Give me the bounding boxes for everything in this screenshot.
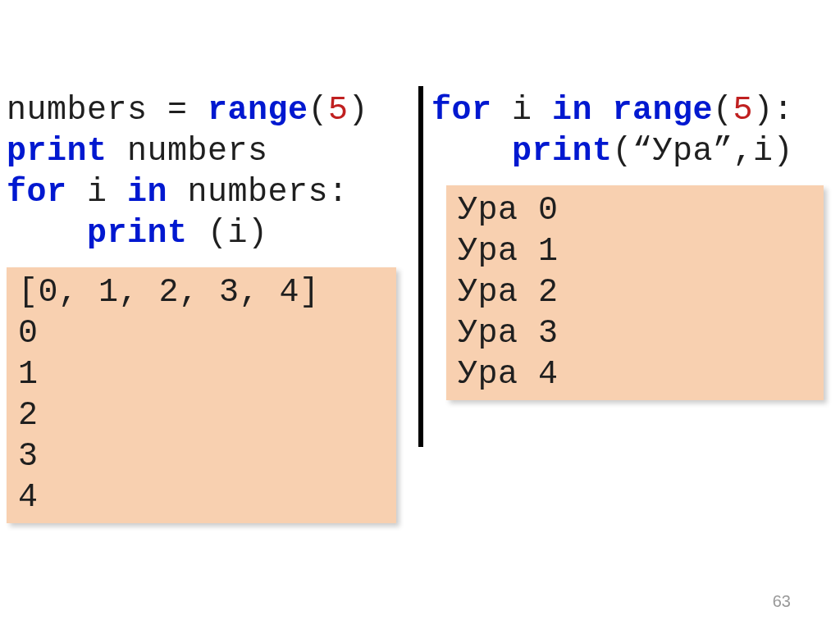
code-text: numbers =: [7, 92, 208, 129]
keyword-in: in: [552, 92, 592, 129]
code-indent: [7, 215, 87, 252]
keyword-print: print: [7, 133, 107, 170]
keyword-print: print: [512, 133, 613, 170]
code-indent: [431, 133, 512, 170]
code-text: (: [308, 92, 329, 129]
keyword-for: for: [431, 92, 492, 129]
code-text: numbers:: [167, 174, 349, 211]
keyword-in: in: [127, 174, 167, 211]
code-text: numbers: [107, 133, 268, 170]
left-output-box: [0, 1, 2, 3, 4] 0 1 2 3 4: [7, 267, 396, 523]
keyword-range: range: [613, 92, 714, 129]
right-code-block: for i in range(5): print(“Ура”,i): [431, 90, 830, 180]
left-code-block: numbers = range(5) print numbers for i i…: [7, 90, 410, 262]
keyword-print: print: [87, 215, 188, 252]
keyword-range: range: [208, 92, 308, 129]
code-text: i: [67, 174, 128, 211]
right-output-box: Ура 0 Ура 1 Ура 2 Ура 3 Ура 4: [446, 185, 824, 400]
slide-page: numbers = range(5) print numbers for i i…: [0, 0, 840, 629]
code-text: (: [713, 92, 733, 129]
code-text: [592, 92, 613, 129]
page-number: 63: [773, 592, 791, 611]
code-text: i: [492, 92, 553, 129]
code-text: (“Ура”,i): [613, 133, 794, 170]
keyword-for: for: [7, 174, 67, 211]
output-text: [0, 1, 2, 3, 4] 0 1 2 3 4: [18, 274, 320, 516]
vertical-divider: [418, 86, 423, 447]
code-text: ): [349, 92, 369, 129]
output-text: Ура 0 Ура 1 Ура 2 Ура 3 Ура 4: [458, 192, 559, 393]
number-literal: 5: [328, 92, 349, 129]
number-literal: 5: [733, 92, 754, 129]
code-text: (i): [188, 215, 268, 252]
code-text: ):: [753, 92, 793, 129]
left-column: numbers = range(5) print numbers for i i…: [0, 90, 420, 523]
right-column: for i in range(5): print(“Ура”,i) Ура 0 …: [420, 90, 840, 523]
